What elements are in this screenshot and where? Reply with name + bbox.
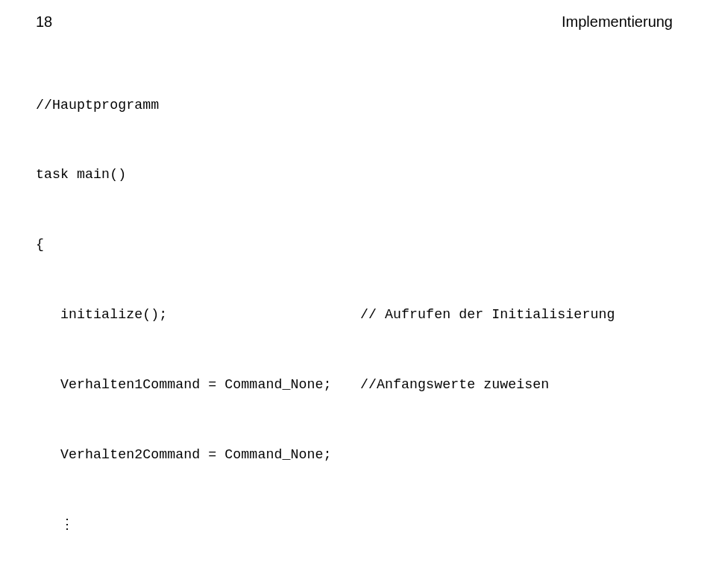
code-line: Verhalten1Command = Command_None;//Anfan… xyxy=(36,373,673,396)
code-line: ⋮ xyxy=(36,513,673,537)
code-line: initialize();// Aufrufen der Initialisie… xyxy=(36,303,673,326)
code-line: task main() xyxy=(36,163,673,186)
code-line: start Verhalten1;//Starten der einzelnen… xyxy=(36,584,673,588)
code-comment: //Anfangswerte zuweisen xyxy=(360,377,549,392)
code-line: Verhalten2Command = Command_None; xyxy=(36,443,673,467)
code-comment: // Aufrufen der Initialisierung xyxy=(360,307,615,322)
code-line: //Hauptprogramm xyxy=(36,94,673,117)
section-title: Implementierung xyxy=(562,13,673,31)
page-number: 18 xyxy=(36,13,52,31)
code-text: Verhalten1Command = Command_None; xyxy=(36,373,360,396)
code-text: start Verhalten1; xyxy=(36,584,360,588)
code-line: { xyxy=(36,233,673,256)
code-text: initialize(); xyxy=(36,303,360,326)
code-listing: //Hauptprogramm task main() { initialize… xyxy=(36,47,673,588)
page-header: 18 Implementierung xyxy=(36,13,673,31)
